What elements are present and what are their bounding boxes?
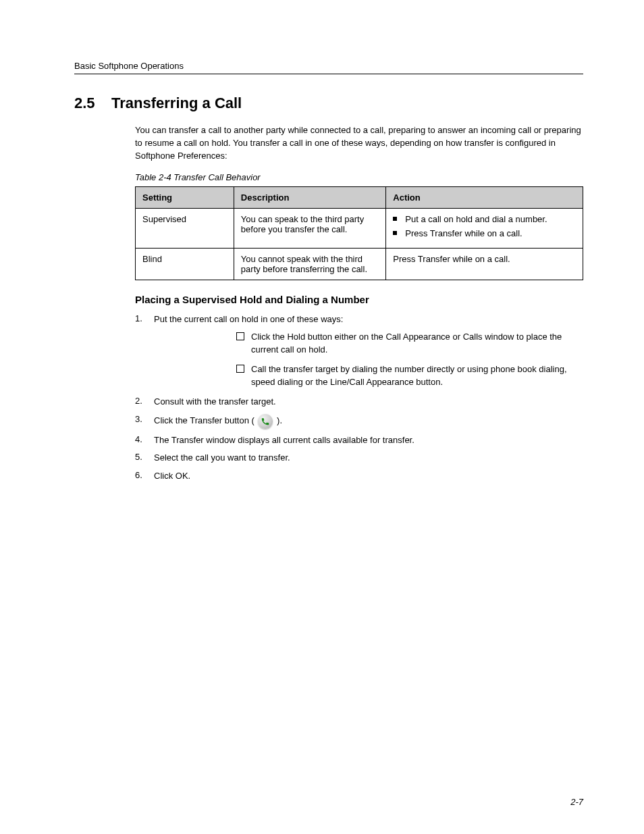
cell-description: You can speak to the third party before … <box>234 208 385 248</box>
cell-action: Put a call on hold and dial a number. Pr… <box>386 208 583 248</box>
transfer-behavior-table: Setting Description Action Supervised Yo… <box>135 186 583 280</box>
checkbox-item: Call the transfer target by dialing the … <box>236 363 583 389</box>
running-header: Basic Softphone Operations <box>74 61 583 71</box>
table-caption: Table 2-4 Transfer Call Behavior <box>135 172 583 182</box>
table-row: Supervised You can speak to the third pa… <box>136 208 583 248</box>
checkbox-icon <box>236 332 244 340</box>
th-action: Action <box>386 186 583 208</box>
step-text-pre: Click the Transfer button ( <box>154 415 254 425</box>
step-number: 5. <box>135 452 154 465</box>
step-2: 2. Consult with the transfer target. <box>135 396 583 409</box>
table-row: Blind You cannot speak with the third pa… <box>136 248 583 280</box>
cell-setting: Supervised <box>136 208 234 248</box>
checkbox-item: Click the Hold button either on the Call… <box>236 331 583 357</box>
th-setting: Setting <box>136 186 234 208</box>
transfer-icon <box>258 414 273 429</box>
step-4: 4. The Transfer window displays all curr… <box>135 434 583 447</box>
bullet-icon <box>393 217 397 221</box>
step-number: 2. <box>135 396 154 409</box>
step-1: 1. Put the current call on hold in one o… <box>135 313 583 326</box>
list-item: Put a call on hold and dial a number. <box>393 214 576 224</box>
th-description: Description <box>234 186 385 208</box>
step-number: 1. <box>135 313 154 326</box>
step-5: 5. Select the call you want to transfer. <box>135 452 583 465</box>
section-number: 2.5 <box>74 95 95 111</box>
step-number: 4. <box>135 434 154 447</box>
step-text: Select the call you want to transfer. <box>154 452 583 465</box>
intro-paragraph: You can transfer a call to another party… <box>135 124 583 163</box>
step-text: Click the Transfer button ( ). <box>154 414 583 429</box>
step-6: 6. Click OK. <box>135 470 583 483</box>
cell-setting: Blind <box>136 248 234 280</box>
step-text: Consult with the transfer target. <box>154 396 583 409</box>
cell-description: You cannot speak with the third party be… <box>234 248 385 280</box>
step-number: 6. <box>135 470 154 483</box>
checkbox-text: Click the Hold button either on the Call… <box>251 331 583 357</box>
section-heading: 2.5 Transferring a Call <box>74 95 583 112</box>
subsection-heading: Placing a Supervised Hold and Dialing a … <box>135 294 583 305</box>
cell-action: Press Transfer while on a call. <box>386 248 583 280</box>
step-3: 3. Click the Transfer button ( ). <box>135 414 583 429</box>
checkbox-icon <box>236 365 244 373</box>
checkbox-text: Call the transfer target by dialing the … <box>251 363 583 389</box>
step-text-post: ). <box>277 415 282 425</box>
step-text: Click OK. <box>154 470 583 483</box>
page-number: 2-7 <box>570 797 583 807</box>
step-number: 3. <box>135 414 154 429</box>
section-title: Transferring a Call <box>111 95 242 111</box>
step-text: The Transfer window displays all current… <box>154 434 583 447</box>
step-text: Put the current call on hold in one of t… <box>154 314 343 324</box>
list-item: Press Transfer while on a call. <box>393 228 576 238</box>
bullet-icon <box>393 231 397 235</box>
list-item-text: Put a call on hold and dial a number. <box>405 214 547 224</box>
header-divider <box>74 74 583 74</box>
list-item-text: Press Transfer while on a call. <box>405 228 522 238</box>
